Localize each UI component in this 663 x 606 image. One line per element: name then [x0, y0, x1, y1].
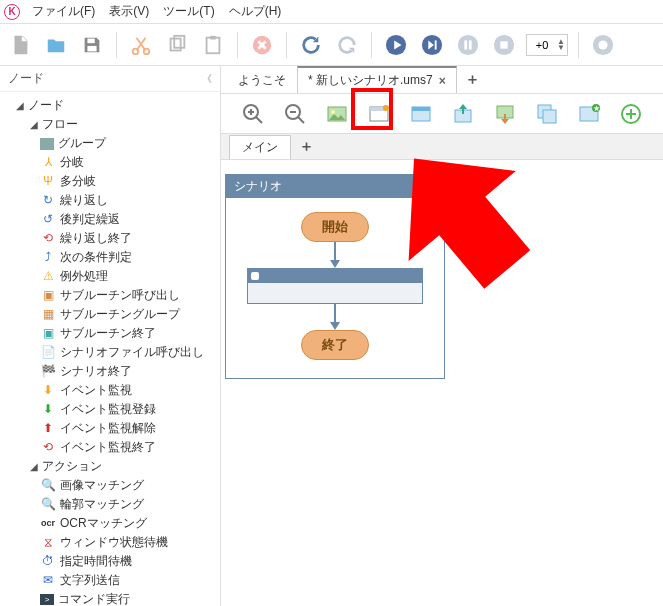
tree-item-group[interactable]: グループ	[0, 134, 220, 153]
svg-rect-16	[500, 41, 507, 48]
close-icon[interactable]: ×	[439, 74, 446, 88]
speed-value[interactable]	[529, 39, 555, 51]
app-icon: K	[4, 4, 20, 20]
undo-button[interactable]	[333, 31, 361, 59]
stop-button[interactable]	[490, 31, 518, 59]
multibranch-icon: Ψ	[40, 174, 56, 190]
svg-line-24	[298, 117, 304, 123]
play-button[interactable]	[382, 31, 410, 59]
menu-file[interactable]: ファイル(F)	[26, 1, 101, 22]
tree-item-strsend[interactable]: ✉文字列送信	[0, 571, 220, 590]
svg-point-18	[598, 40, 607, 49]
svg-rect-13	[464, 40, 467, 49]
flow-tabs: メイン ＋	[221, 134, 663, 160]
window-tool-button[interactable]	[365, 100, 393, 128]
loop-icon: ↻	[40, 193, 56, 209]
step-node[interactable]	[247, 268, 423, 304]
start-node[interactable]: 開始	[301, 212, 369, 242]
pause-button[interactable]	[454, 31, 482, 59]
add-circle-button[interactable]	[617, 100, 645, 128]
tree-item-evreg[interactable]: ⬇イベント監視登録	[0, 400, 220, 419]
tree-item-branch[interactable]: ⅄分岐	[0, 153, 220, 172]
tab-new-scenario[interactable]: * 新しいシナリオ.ums7×	[297, 66, 457, 93]
tree-item-scenfile[interactable]: 📄シナリオファイル呼び出し	[0, 343, 220, 362]
menu-help[interactable]: ヘルプ(H)	[223, 1, 288, 22]
scenfile-icon: 📄	[40, 345, 56, 361]
svg-rect-14	[469, 40, 472, 49]
new-rect-button[interactable]: ★	[575, 100, 603, 128]
tree-item-loopend[interactable]: ⟲繰り返し終了	[0, 229, 220, 248]
collapse-icon[interactable]: 《	[202, 72, 212, 86]
subtab-add-button[interactable]: ＋	[291, 135, 322, 158]
branch-icon: ⅄	[40, 155, 56, 171]
tree-item-multibranch[interactable]: Ψ多分岐	[0, 172, 220, 191]
loopend-icon: ⟲	[40, 231, 56, 247]
tree-item-subcall[interactable]: ▣サブルーチン呼び出し	[0, 286, 220, 305]
tree-action[interactable]: ◢アクション	[0, 457, 220, 476]
save-button[interactable]	[78, 31, 106, 59]
tree-flow[interactable]: ◢フロー	[0, 115, 220, 134]
end-node[interactable]: 終了	[301, 330, 369, 360]
menu-view[interactable]: 表示(V)	[103, 1, 155, 22]
copy-button[interactable]	[163, 31, 191, 59]
side-panel: ノード 《 ◢ノード ◢フロー グループ ⅄分岐 Ψ多分岐 ↻繰り返し ↺後判定…	[0, 66, 221, 606]
subend-icon: ▣	[40, 326, 56, 342]
open-file-button[interactable]	[42, 31, 70, 59]
scenario-container[interactable]: シナリオ 開始 終了	[225, 174, 445, 379]
winwait-icon: ⧖	[40, 535, 56, 551]
paste-button[interactable]	[199, 31, 227, 59]
tree-item-evwatch[interactable]: ⬇イベント監視	[0, 381, 220, 400]
tree-item-loop[interactable]: ↻繰り返し	[0, 191, 220, 210]
image-tool-button[interactable]	[323, 100, 351, 128]
tree-item-nextcond[interactable]: ⤴次の条件判定	[0, 248, 220, 267]
tree-item-subgroup[interactable]: ▦サブルーチングループ	[0, 305, 220, 324]
tree-item-timewait[interactable]: ⏱指定時間待機	[0, 552, 220, 571]
tree-item-imgmatch[interactable]: 🔍画像マッチング	[0, 476, 220, 495]
tree-item-subend[interactable]: ▣サブルーチン終了	[0, 324, 220, 343]
tree-item-cmd[interactable]: >コマンド実行	[0, 590, 220, 606]
svg-point-2	[133, 48, 139, 53]
cancel-button[interactable]	[248, 31, 276, 59]
tab-add-button[interactable]: ＋	[457, 68, 488, 91]
screen-tool-button[interactable]	[407, 100, 435, 128]
menu-tool[interactable]: ツール(T)	[157, 1, 220, 22]
step-button[interactable]	[418, 31, 446, 59]
cut-button[interactable]	[127, 31, 155, 59]
scenario-title: シナリオ	[226, 175, 444, 198]
svg-rect-5	[174, 35, 184, 47]
nextcond-icon: ⤴	[40, 250, 56, 266]
tree-root[interactable]: ◢ノード	[0, 96, 220, 115]
copy-rect-button[interactable]	[533, 100, 561, 128]
tree-item-postloop[interactable]: ↺後判定繰返	[0, 210, 220, 229]
svg-rect-6	[207, 37, 220, 53]
svg-point-27	[331, 110, 335, 114]
subtab-main[interactable]: メイン	[229, 135, 291, 159]
new-file-button[interactable]	[6, 31, 34, 59]
postloop-icon: ↺	[40, 212, 56, 228]
speed-spin[interactable]: ▲▼	[526, 34, 568, 56]
strsend-icon: ✉	[40, 573, 56, 589]
group-icon	[40, 138, 54, 150]
svg-point-12	[458, 34, 478, 54]
edgematch-icon: 🔍	[40, 497, 56, 513]
zoom-in-button[interactable]	[239, 100, 267, 128]
import-button[interactable]	[449, 100, 477, 128]
zoom-out-button[interactable]	[281, 100, 309, 128]
ocr-icon: ocr	[40, 516, 56, 532]
export-button[interactable]	[491, 100, 519, 128]
tree-item-edgematch[interactable]: 🔍輪郭マッチング	[0, 495, 220, 514]
timewait-icon: ⏱	[40, 554, 56, 570]
tab-welcome[interactable]: ようこそ	[227, 67, 297, 93]
tree-item-evunreg[interactable]: ⬆イベント監視解除	[0, 419, 220, 438]
tree-item-scenend[interactable]: 🏁シナリオ終了	[0, 362, 220, 381]
scenend-icon: 🏁	[40, 364, 56, 380]
tree-item-evend[interactable]: ⟲イベント監視終了	[0, 438, 220, 457]
reload-button[interactable]	[297, 31, 325, 59]
flow-canvas[interactable]: シナリオ 開始 終了	[221, 160, 663, 606]
tree-item-winwait[interactable]: ⧖ウィンドウ状態待機	[0, 533, 220, 552]
record-button[interactable]	[589, 31, 617, 59]
svg-text:★: ★	[593, 104, 600, 113]
tree-item-ocr[interactable]: ocrOCRマッチング	[0, 514, 220, 533]
tree-item-except[interactable]: ⚠例外処理	[0, 267, 220, 286]
document-tabs: ようこそ * 新しいシナリオ.ums7× ＋	[221, 66, 663, 94]
